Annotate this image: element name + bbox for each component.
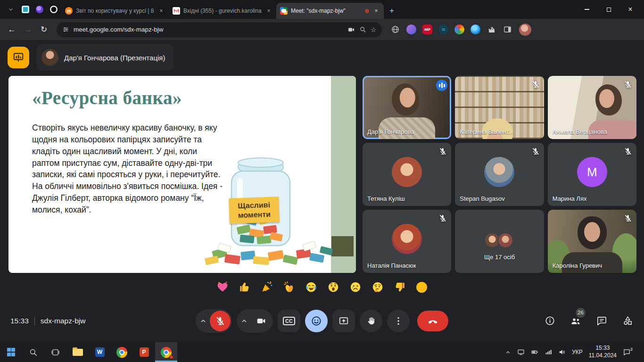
captions-button[interactable]: CC <box>278 310 300 332</box>
participant-tile-darya[interactable]: Дар'я Гончарова <box>363 76 451 139</box>
extension-icon-wave[interactable] <box>438 25 448 34</box>
file-explorer-button[interactable] <box>66 342 89 362</box>
mic-toggle-button-muted[interactable] <box>210 311 231 331</box>
taskbar-search-button[interactable] <box>22 342 44 362</box>
taskbar-clock[interactable]: 15:33 11.04.2024 <box>589 345 617 359</box>
start-button[interactable] <box>0 342 22 362</box>
extension-icon-purple[interactable] <box>406 25 416 34</box>
pinned-tab-3-icon[interactable] <box>50 6 58 13</box>
battery-tray-icon[interactable] <box>531 348 538 356</box>
reaction-sparkling-heart[interactable] <box>215 280 230 294</box>
side-panel-icon[interactable] <box>503 25 512 34</box>
reaction-party-popper[interactable] <box>260 280 274 294</box>
camera-options-chevron[interactable] <box>239 312 250 330</box>
zoom-icon[interactable] <box>359 26 366 33</box>
extensions-area: ABP <box>390 25 512 34</box>
language-indicator[interactable]: УКР <box>572 349 583 355</box>
camera-toggle-button[interactable] <box>251 311 272 331</box>
extension-icon-rainbow[interactable] <box>454 25 464 34</box>
clock-time: 15:33 <box>10 317 29 325</box>
people-panel-button[interactable]: 26 <box>570 315 582 327</box>
reaction-crying-face[interactable] <box>348 280 363 294</box>
globe-extension-icon[interactable] <box>390 25 400 34</box>
reaction-face-tears-of-joy[interactable] <box>304 280 318 294</box>
reactions-button-active[interactable] <box>305 310 328 332</box>
presentation-board-button[interactable] <box>8 47 29 68</box>
system-tray: УКР 15:33 11.04.2024 2 <box>505 342 644 362</box>
network-tray-icon[interactable] <box>545 348 552 356</box>
site-settings-icon[interactable] <box>62 26 69 33</box>
meeting-details-button[interactable] <box>544 315 556 327</box>
participant-tile-stepan[interactable]: Stepan Bugasov <box>455 143 544 206</box>
participant-tile-tetyana[interactable]: Тетяна Куліш <box>363 143 451 206</box>
extension-icon-blue[interactable] <box>471 25 480 34</box>
new-tab-button[interactable] <box>386 5 398 17</box>
chrome-button[interactable] <box>111 342 133 362</box>
hidden-icons-chevron[interactable] <box>505 349 511 355</box>
pinned-tab-2-icon[interactable] <box>36 6 43 13</box>
participant-tile-anzhela[interactable]: Анжела Верцанова <box>548 76 636 139</box>
meet-favicon <box>280 7 288 15</box>
window-maximize-button[interactable] <box>598 0 619 19</box>
browser-tab-meet[interactable]: Meet: "sdx-mapz-bjw" × <box>276 3 384 19</box>
participant-name: Анжела Верцанова <box>553 128 607 135</box>
window-minimize-button[interactable] <box>576 0 598 19</box>
leave-call-button[interactable] <box>417 311 448 331</box>
chat-panel-button[interactable] <box>595 315 608 327</box>
participant-tile-maryna[interactable]: М Марина Лях <box>548 143 636 206</box>
window-close-button[interactable] <box>619 0 641 19</box>
camera-in-use-icon[interactable] <box>347 26 355 33</box>
word-button[interactable] <box>89 342 111 362</box>
meeting-info: 15:33 sdx-mapz-bjw <box>10 317 85 325</box>
mic-muted-icon <box>624 214 632 222</box>
present-screen-button[interactable] <box>332 310 355 332</box>
activities-button[interactable] <box>621 315 634 327</box>
participant-tile-katerina[interactable]: Катерина Валент... <box>455 76 544 139</box>
chrome-active-button[interactable] <box>155 342 177 362</box>
forward-button[interactable]: → <box>21 23 35 37</box>
reaction-thumbs-up[interactable] <box>238 280 252 294</box>
display-tray-icon[interactable] <box>517 348 525 356</box>
mic-muted-icon <box>624 147 632 156</box>
browser-tab-gmail[interactable]: Вхідні (355) - gurevich.karolina × <box>169 3 276 19</box>
participant-avatar <box>392 224 422 254</box>
meet-app: Дар'я Гончарова (Презентація) «Ресурсна … <box>0 40 644 342</box>
back-button[interactable]: ← <box>5 23 19 37</box>
powerpoint-button[interactable] <box>133 342 155 362</box>
reload-button[interactable]: ↻ <box>37 23 51 37</box>
adblock-extension-icon[interactable]: ABP <box>422 25 432 34</box>
panel-buttons: 26 <box>544 315 634 327</box>
action-center-button[interactable]: 2 <box>623 348 631 356</box>
reaction-clapping-hands[interactable] <box>282 280 296 294</box>
tab-close-icon[interactable]: × <box>372 7 380 15</box>
jar-label: Щасливі моменти <box>229 197 280 224</box>
more-options-button[interactable] <box>387 310 410 332</box>
screen: Звіт по користувачу у курсі | 8 × Вхідні… <box>0 0 644 362</box>
reaction-thumbs-down[interactable] <box>393 280 407 294</box>
skin-tone-selector[interactable] <box>415 280 429 294</box>
extensions-puzzle-icon[interactable] <box>487 25 496 34</box>
browser-tab-moodle[interactable]: Звіт по користувачу у курсі | 8 × <box>61 3 169 19</box>
participant-name: Катерина Валент... <box>460 128 513 135</box>
camera-control <box>237 309 273 333</box>
participant-tile-nataliya[interactable]: Наталія Панасюк <box>363 210 451 273</box>
reaction-astonished-face[interactable] <box>326 280 340 294</box>
moodle-favicon <box>65 7 73 15</box>
presenter-banner[interactable]: Дар'я Гончарова (Презентація) <box>37 44 173 71</box>
tab-search-chevron-icon[interactable] <box>7 5 15 14</box>
reaction-thinking-face[interactable] <box>371 280 385 294</box>
volume-tray-icon[interactable] <box>558 348 566 356</box>
participant-tile-others[interactable]: Ще 17 осіб <box>455 210 544 273</box>
bookmark-star-icon[interactable]: ☆ <box>371 26 376 33</box>
participant-count-badge: 26 <box>576 308 586 318</box>
browser-profile-avatar[interactable] <box>519 24 531 36</box>
mic-options-chevron[interactable] <box>198 312 209 330</box>
address-bar[interactable]: meet.google.com/sdx-mapz-bjw ☆ <box>57 22 382 37</box>
pinned-tab-1-icon[interactable] <box>22 6 29 13</box>
tab-close-icon[interactable]: × <box>157 7 165 15</box>
raise-hand-button[interactable] <box>360 310 382 332</box>
notification-count: 2 <box>630 346 633 352</box>
task-view-button[interactable] <box>44 342 66 362</box>
participant-tile-karolina[interactable]: Кароліна Гуревич <box>548 210 636 273</box>
tab-close-icon[interactable]: × <box>265 7 272 15</box>
